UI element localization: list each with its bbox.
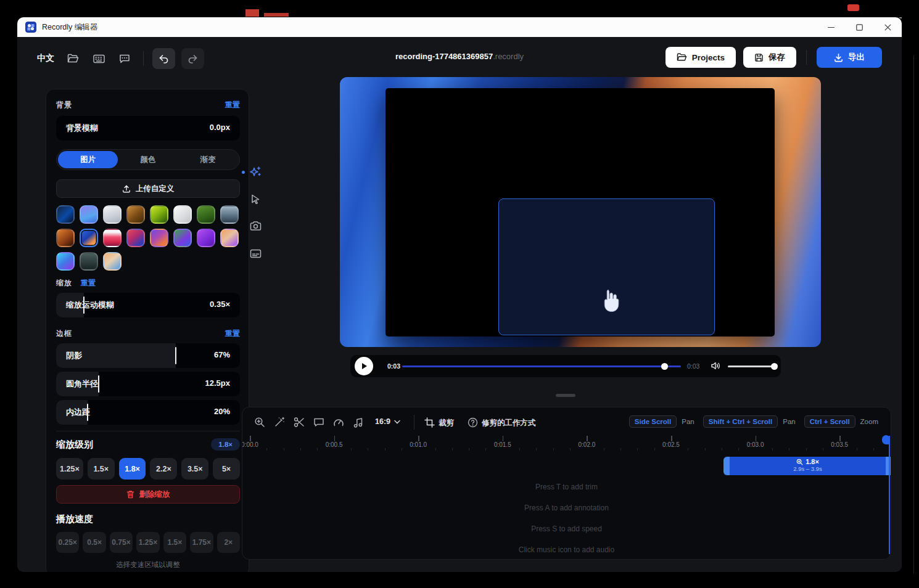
zoom-selection-region[interactable]: [498, 198, 715, 335]
speed-1.5×[interactable]: 1.5×: [163, 532, 186, 553]
zoom-reset-link[interactable]: 重置: [81, 278, 96, 288]
speed-0.5×[interactable]: 0.5×: [83, 532, 105, 553]
zoom-motion-blur-slider[interactable]: 缩放运动模糊 0.35×: [56, 293, 240, 317]
background-tab-图片[interactable]: 图片: [58, 151, 118, 168]
cursor-tool[interactable]: [249, 192, 262, 206]
play-button[interactable]: [355, 357, 373, 375]
zoom-level-3.5×[interactable]: 3.5×: [181, 458, 208, 480]
panel-resize-handle[interactable]: [556, 394, 575, 397]
minimize-button[interactable]: [817, 17, 845, 37]
bg-dark-mountain-thumbnail[interactable]: [80, 252, 98, 271]
cursor-arrow-icon: [250, 194, 261, 205]
progress-track[interactable]: [402, 365, 681, 368]
zoom-segment[interactable]: 1.8× 2.9s – 3.9s: [723, 457, 891, 475]
bg-violet-thumbnail[interactable]: [197, 229, 215, 247]
upload-icon: [122, 184, 131, 193]
screenshot-tool[interactable]: [249, 219, 262, 233]
ruler-major-tick: [756, 436, 757, 441]
aspect-ratio-dropdown[interactable]: 16:9: [375, 417, 400, 426]
crop-button[interactable]: [422, 415, 436, 429]
bg-green-abstract-thumbnail[interactable]: [150, 205, 168, 224]
speed-2×[interactable]: 2×: [217, 532, 240, 553]
ruler-minor-tick: [284, 448, 284, 451]
ruler-minor-tick: [570, 448, 571, 451]
volume-handle[interactable]: [771, 363, 778, 370]
bg-pink-red-thumbnail[interactable]: [103, 229, 122, 247]
bg-snow-thumbnail[interactable]: [103, 205, 122, 224]
music-button[interactable]: [352, 415, 365, 429]
captions-tool[interactable]: [249, 247, 262, 260]
bg-red-blue-wave-thumbnail[interactable]: [126, 229, 145, 247]
bg-purple-blue-thumbnail[interactable]: [80, 205, 98, 224]
border-slider-2[interactable]: 内边距20%: [56, 400, 240, 425]
crop-label[interactable]: 裁剪: [439, 418, 454, 428]
save-button[interactable]: 保存: [743, 47, 796, 68]
close-button[interactable]: [873, 17, 902, 37]
bg-white-swirl-thumbnail[interactable]: [173, 205, 192, 224]
magic-wand-button[interactable]: [273, 415, 286, 429]
bg-orange-violet-light-thumbnail[interactable]: [220, 229, 239, 247]
bg-green-purple-thumbnail[interactable]: [173, 229, 192, 247]
duration: 0:03: [687, 362, 699, 370]
bg-cyan-purple-thumbnail[interactable]: [56, 252, 75, 271]
cut-button[interactable]: [292, 415, 306, 429]
projects-button[interactable]: Projects: [666, 47, 736, 68]
zoom-level-5×[interactable]: 5×: [213, 458, 240, 480]
trim-help-label[interactable]: 修剪的工作方式: [482, 418, 536, 428]
question-circle-icon: [468, 417, 478, 428]
zoom-level-1.25×[interactable]: 1.25×: [56, 458, 83, 480]
progress-handle[interactable]: [661, 363, 668, 370]
volume-track[interactable]: [728, 365, 775, 367]
ruler-minor-tick: [705, 448, 706, 451]
trim-help-button[interactable]: [466, 415, 479, 429]
annotation-button[interactable]: [312, 415, 326, 429]
maximize-button[interactable]: [845, 17, 873, 37]
video-preview-canvas[interactable]: [340, 77, 821, 347]
bg-blue-orange-thumbnail[interactable]: [80, 229, 98, 247]
background-reset-link[interactable]: 重置: [225, 100, 240, 110]
ruler-minor-tick: [469, 448, 469, 451]
speed-button[interactable]: [332, 415, 345, 429]
delete-zoom-button[interactable]: 删除缩放: [56, 485, 240, 504]
border-slider-1[interactable]: 圆角半径12.5px: [56, 372, 240, 396]
playhead-line[interactable]: [889, 436, 890, 554]
toolbar-divider: [806, 50, 807, 65]
volume-icon[interactable]: [711, 361, 721, 370]
background-app-red-pill: [847, 4, 859, 11]
border-section-header: 边框 重置: [56, 329, 240, 339]
active-tool-dot: [242, 171, 245, 174]
bg-forest-thumbnail[interactable]: [197, 205, 215, 224]
ruler-label: 0:02.0: [578, 441, 595, 448]
export-button[interactable]: 导出: [817, 47, 882, 68]
background-tab-渐变[interactable]: 渐变: [178, 151, 238, 168]
bg-purple-orange-thumbnail[interactable]: [150, 229, 168, 247]
ruler-minor-tick: [772, 448, 773, 451]
playhead-marker[interactable]: [882, 435, 890, 444]
upload-custom-button[interactable]: 上传自定义: [56, 179, 240, 198]
ai-effects-tool[interactable]: [249, 165, 262, 179]
bg-orange-flower-thumbnail[interactable]: [56, 229, 75, 247]
bg-dark-blue-abstract-thumbnail[interactable]: [56, 205, 75, 224]
ruler-major-tick: [418, 436, 419, 441]
timeline-zoom-in-button[interactable]: [253, 415, 266, 429]
speed-0.25×[interactable]: 0.25×: [56, 532, 79, 553]
border-reset-link[interactable]: 重置: [225, 329, 240, 339]
speed-0.75×[interactable]: 0.75×: [110, 532, 133, 553]
zoom-level-1.8×[interactable]: 1.8×: [119, 458, 146, 480]
speed-1.25×[interactable]: 1.25×: [136, 532, 159, 553]
speed-hint: 选择变速区域以调整: [56, 560, 240, 570]
bg-cloud-orange-blue-thumbnail[interactable]: [103, 252, 122, 271]
zoom-level-badge: 1.8×: [211, 438, 240, 451]
zoom-level-2.2×[interactable]: 2.2×: [150, 458, 177, 480]
speed-1.75×[interactable]: 1.75×: [190, 532, 213, 553]
background-blur-slider[interactable]: 背景模糊 0.0px: [56, 116, 240, 141]
background-tab-颜色[interactable]: 颜色: [118, 151, 178, 168]
bg-autumn-thumbnail[interactable]: [126, 205, 145, 224]
border-slider-0[interactable]: 阴影67%: [56, 343, 240, 368]
captions-icon: [250, 249, 262, 258]
speed-buttons: 0.25×0.5×0.75×1.25×1.5×1.75×2×: [56, 532, 240, 553]
bg-mountain-lake-thumbnail[interactable]: [220, 205, 239, 224]
ruler-minor-tick: [620, 448, 621, 451]
ruler-minor-tick: [385, 448, 385, 451]
zoom-level-1.5×[interactable]: 1.5×: [88, 458, 115, 480]
